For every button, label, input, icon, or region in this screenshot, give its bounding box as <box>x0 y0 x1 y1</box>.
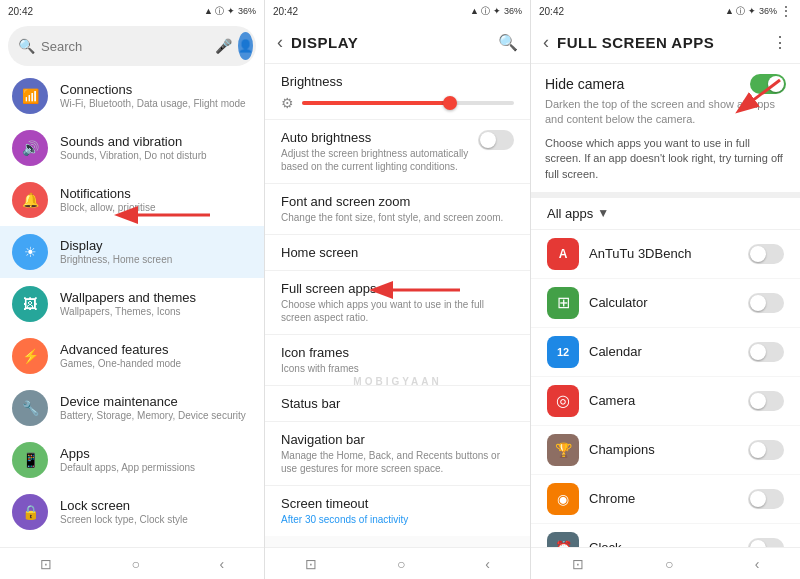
nav-back-3[interactable]: ‹ <box>755 556 760 572</box>
app-item-antutu[interactable]: A AnTuTu 3DBench <box>531 230 800 279</box>
profile-icon[interactable]: 👤 <box>238 32 253 60</box>
notifications-subtitle: Block, allow, prioritise <box>60 202 252 214</box>
display-subtitle: Brightness, Home screen <box>60 254 252 266</box>
maintenance-subtitle: Battery, Storage, Memory, Device securit… <box>60 410 252 422</box>
camera-name: Camera <box>589 393 738 408</box>
nav-recent-icon-1[interactable]: ⊡ <box>40 556 52 572</box>
clock-icon: ⏰ <box>547 532 579 547</box>
notifications-icon: 🔔 <box>12 182 48 218</box>
status-bar-item[interactable]: Status bar <box>265 386 530 422</box>
display-icon: ☀ <box>12 234 48 270</box>
app-item-clock[interactable]: ⏰ Clock <box>531 524 800 547</box>
filter-label: All apps <box>547 206 593 221</box>
sidebar-item-advanced[interactable]: ⚡ Advanced features Games, One-handed mo… <box>0 330 264 382</box>
wallpapers-title: Wallpapers and themes <box>60 290 252 307</box>
sidebar-item-maintenance[interactable]: 🔧 Device maintenance Battery, Storage, M… <box>0 382 264 434</box>
display-content: Brightness ⚙ Auto brightness Adjust the … <box>265 64 530 547</box>
brightness-section: Brightness ⚙ <box>265 64 530 120</box>
screen-timeout-item[interactable]: Screen timeout After 30 seconds of inact… <box>265 486 530 536</box>
sidebar-item-lock[interactable]: 🔒 Lock screen Screen lock type, Clock st… <box>0 486 264 538</box>
chrome-icon: ◉ <box>547 483 579 515</box>
nav-back-icon-1[interactable]: ‹ <box>219 556 224 572</box>
sidebar-item-sounds[interactable]: 🔊 Sounds and vibration Sounds, Vibration… <box>0 122 264 174</box>
hide-camera-desc: Darken the top of the screen and show al… <box>545 97 786 128</box>
sidebar-item-notifications[interactable]: 🔔 Notifications Block, allow, prioritise <box>0 174 264 226</box>
lock-subtitle: Screen lock type, Clock style <box>60 514 252 526</box>
calendar-toggle[interactable] <box>748 342 784 362</box>
nav-back-2[interactable]: ‹ <box>485 556 490 572</box>
sidebar-item-connections[interactable]: 📶 Connections Wi-Fi, Bluetooth, Data usa… <box>0 70 264 122</box>
search-bar[interactable]: 🔍 🎤 👤 <box>8 26 256 66</box>
settings-list: 📶 Connections Wi-Fi, Bluetooth, Data usa… <box>0 70 264 547</box>
apps-filter[interactable]: All apps ▼ <box>531 198 800 230</box>
nav-bar-1: ⊡ ○ ‹ <box>0 547 264 579</box>
connections-icon: 📶 <box>12 78 48 114</box>
full-screen-item[interactable]: Full screen apps Choose which apps you w… <box>265 271 530 335</box>
sounds-subtitle: Sounds, Vibration, Do not disturb <box>60 150 252 162</box>
antutu-icon: A <box>547 238 579 270</box>
font-zoom-item[interactable]: Font and screen zoom Change the font siz… <box>265 184 530 235</box>
search-button-2[interactable]: 🔍 <box>498 33 518 52</box>
auto-brightness-toggle[interactable] <box>478 130 514 150</box>
advanced-title: Advanced features <box>60 342 252 359</box>
apps-icon: 📱 <box>12 442 48 478</box>
back-button-2[interactable]: ‹ <box>277 32 283 53</box>
nav-home-icon-1[interactable]: ○ <box>131 556 139 572</box>
hide-camera-title: Hide camera <box>545 76 624 92</box>
font-zoom-title: Font and screen zoom <box>281 194 514 209</box>
slider-thumb[interactable] <box>443 96 457 110</box>
app-item-chrome[interactable]: ◉ Chrome <box>531 475 800 524</box>
apps-subtitle: Default apps, App permissions <box>60 462 252 474</box>
calculator-icon: ⊞ <box>547 287 579 319</box>
search-input[interactable] <box>41 39 209 54</box>
status-bar-3: 20:42 ▲ ⓘ ✦ 36% ⋮ <box>531 0 800 22</box>
clock-toggle[interactable] <box>748 538 784 547</box>
antutu-toggle[interactable] <box>748 244 784 264</box>
status-time-3: 20:42 <box>539 6 564 17</box>
app-item-calculator[interactable]: ⊞ Calculator <box>531 279 800 328</box>
hide-camera-toggle[interactable] <box>750 74 786 94</box>
status-bar-1: 20:42 ▲ ⓘ ✦ 36% <box>0 0 264 22</box>
sidebar-item-wallpapers[interactable]: 🖼 Wallpapers and themes Wallpapers, Them… <box>0 278 264 330</box>
calculator-toggle[interactable] <box>748 293 784 313</box>
slider-track[interactable] <box>302 101 514 105</box>
panel3-title: FULL SCREEN APPS <box>557 34 764 51</box>
sidebar-item-display[interactable]: ☀ Display Brightness, Home screen <box>0 226 264 278</box>
home-screen-item[interactable]: Home screen <box>265 235 530 271</box>
nav-bar-title: Navigation bar <box>281 432 514 447</box>
signal-icon-2: ▲ ⓘ ✦ <box>470 5 501 18</box>
chrome-name: Chrome <box>589 491 738 506</box>
brightness-slider[interactable]: ⚙ <box>281 95 514 111</box>
status-icons-1: ▲ ⓘ ✦ 36% <box>204 5 256 18</box>
full-screen-subtitle: Choose which apps you want to use in the… <box>281 298 514 324</box>
calendar-name: Calendar <box>589 344 738 359</box>
home-screen-title: Home screen <box>281 245 514 260</box>
auto-brightness-item[interactable]: Auto brightness Adjust the screen bright… <box>265 120 530 184</box>
wallpapers-subtitle: Wallpapers, Themes, Icons <box>60 306 252 318</box>
sidebar-item-apps[interactable]: 📱 Apps Default apps, App permissions <box>0 434 264 486</box>
chrome-toggle[interactable] <box>748 489 784 509</box>
champions-toggle[interactable] <box>748 440 784 460</box>
sounds-icon: 🔊 <box>12 130 48 166</box>
dropdown-icon: ▼ <box>597 206 609 220</box>
champions-name: Champions <box>589 442 738 457</box>
app-item-calendar[interactable]: 12 Calendar <box>531 328 800 377</box>
nav-home-2[interactable]: ○ <box>397 556 405 572</box>
app-item-champions[interactable]: 🏆 Champions <box>531 426 800 475</box>
nav-bar-item[interactable]: Navigation bar Manage the Home, Back, an… <box>265 422 530 486</box>
camera-toggle[interactable] <box>748 391 784 411</box>
more-icon-3[interactable]: ⋮ <box>780 4 792 18</box>
fullscreen-apps-panel: 20:42 ▲ ⓘ ✦ 36% ⋮ ‹ FULL SCREEN APPS ⋮ H… <box>531 0 800 579</box>
nav-recent-3[interactable]: ⊡ <box>572 556 584 572</box>
app-item-camera[interactable]: ◎ Camera <box>531 377 800 426</box>
full-screen-title: Full screen apps <box>281 281 514 296</box>
nav-recent-2[interactable]: ⊡ <box>305 556 317 572</box>
brightness-min-icon: ⚙ <box>281 95 294 111</box>
choose-text: Choose which apps you want to use in ful… <box>545 136 786 182</box>
sidebar-item-biometrics[interactable]: 👁 Biometrics and security Face Recogniti… <box>0 538 264 547</box>
nav-home-3[interactable]: ○ <box>665 556 673 572</box>
status-time-1: 20:42 <box>8 6 33 17</box>
back-button-3[interactable]: ‹ <box>543 32 549 53</box>
more-button-3[interactable]: ⋮ <box>772 33 788 52</box>
mic-icon[interactable]: 🎤 <box>215 38 232 54</box>
